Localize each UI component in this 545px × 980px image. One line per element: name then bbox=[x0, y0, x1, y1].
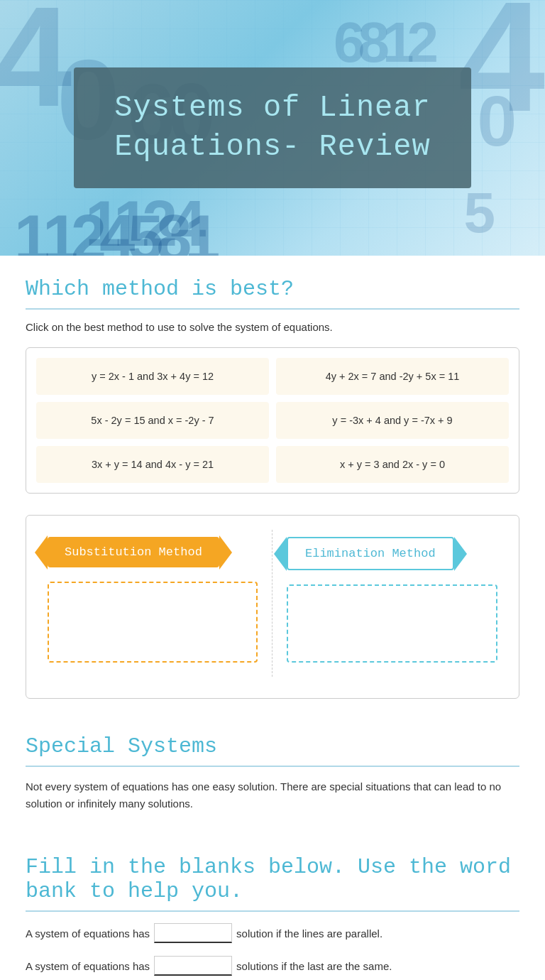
fill-line-2: A system of equations has solutions if t… bbox=[26, 956, 519, 976]
elimination-badge-wrap: Elimination Method bbox=[287, 537, 497, 570]
instruction-text: Click on the best method to use to solve… bbox=[26, 321, 519, 333]
fill-blanks-divider bbox=[26, 910, 519, 912]
fill-blank-2-input[interactable] bbox=[154, 956, 232, 976]
hero-section: 4 4 0 60 1124581 1124 6812 0 5 Systems o… bbox=[0, 0, 545, 256]
fill-blanks-section: Fill in the blanks below. Use the word b… bbox=[26, 848, 519, 980]
fill-line-1-prefix: A system of equations has bbox=[26, 927, 150, 940]
fill-blank-1-input[interactable] bbox=[154, 923, 232, 943]
fill-line-2-prefix: A system of equations has bbox=[26, 960, 150, 972]
fill-line-1-suffix: solution if the lines are parallel. bbox=[236, 927, 382, 940]
equation-cell-4[interactable]: y = -3x + 4 and y = -7x + 9 bbox=[276, 402, 509, 439]
substitution-panel: Substitution Method bbox=[33, 530, 272, 677]
substitution-badge-wrap: Substitution Method bbox=[48, 537, 258, 567]
which-method-divider bbox=[26, 308, 519, 310]
which-method-title: Which method is best? bbox=[26, 277, 519, 301]
fill-blanks-title: Fill in the blanks below. Use the word b… bbox=[26, 855, 519, 903]
hero-title-box: Systems of Linear Equations- Review bbox=[74, 67, 471, 187]
equation-cell-5[interactable]: 3x + y = 14 and 4x - y = 21 bbox=[36, 446, 269, 483]
special-systems-divider bbox=[26, 766, 519, 767]
elimination-badge[interactable]: Elimination Method bbox=[287, 537, 454, 570]
substitution-drop-zone[interactable] bbox=[48, 582, 258, 663]
equation-cell-1[interactable]: y = 2x - 1 and 3x + 4y = 12 bbox=[36, 358, 269, 395]
elimination-panel: Elimination Method bbox=[272, 530, 512, 677]
page-title: Systems of Linear Equations- Review bbox=[109, 89, 436, 166]
method-selection-area: Substitution Method Elimination Method bbox=[26, 515, 519, 699]
equation-cell-2[interactable]: 4y + 2x = 7 and -2y + 5x = 11 bbox=[276, 358, 509, 395]
special-systems-section: Special Systems Not every system of equa… bbox=[26, 727, 519, 827]
equation-grid: y = 2x - 1 and 3x + 4y = 12 4y + 2x = 7 … bbox=[26, 347, 519, 494]
main-content: Which method is best? Click on the best … bbox=[0, 256, 545, 980]
special-systems-title: Special Systems bbox=[26, 734, 519, 758]
fill-line-2-suffix: solutions if the last are the same. bbox=[236, 960, 392, 972]
substitution-badge[interactable]: Substitution Method bbox=[48, 537, 219, 567]
elimination-drop-zone[interactable] bbox=[287, 584, 497, 663]
fill-line-1: A system of equations has solution if th… bbox=[26, 923, 519, 943]
special-systems-text: Not every system of equations has one ea… bbox=[26, 778, 519, 812]
equation-cell-3[interactable]: 5x - 2y = 15 and x = -2y - 7 bbox=[36, 402, 269, 439]
equation-cell-6[interactable]: x + y = 3 and 2x - y = 0 bbox=[276, 446, 509, 483]
